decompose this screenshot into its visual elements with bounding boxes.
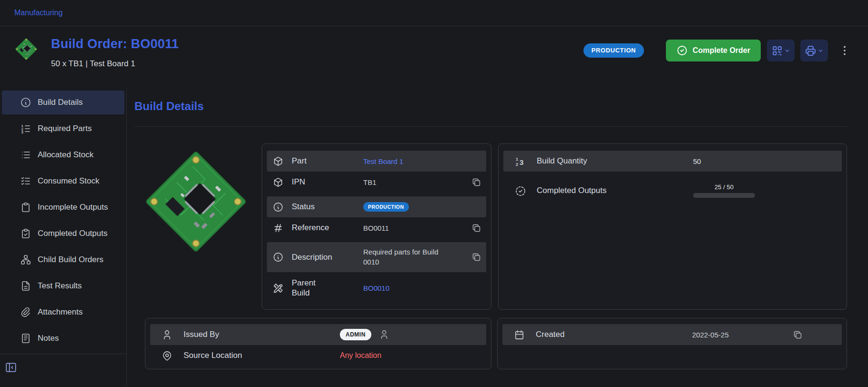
created-panel: Created 2022-05-25 [497,318,847,369]
svg-text:3: 3 [21,130,24,134]
sidebar-item-build-details[interactable]: Build Details [2,91,124,114]
dots-vertical-icon [838,44,851,57]
created-row: Created 2022-05-25 [502,324,842,345]
description-value: Required parts for Build 0010 [363,247,444,267]
breadcrumb-bar: Manufacturing [0,0,868,26]
main-content: Build Details Part Test Board 1 [127,88,868,387]
info-circle-icon [273,252,284,263]
source-location-label: Source Location [184,350,312,360]
sidebar-item-consumed-stock[interactable]: Consumed Stock [2,169,124,193]
pcb-thumbnail-image [14,37,39,61]
source-location-value: Any location [340,351,381,360]
detail-label-parent-build: Parent Build [292,278,336,298]
detail-label-reference: Reference [292,223,363,233]
copy-created-button[interactable] [791,328,804,341]
sidebar-item-notes[interactable]: Notes [2,326,124,350]
sidebar-item-test-results[interactable]: Test Results [2,274,124,298]
list-check-icon [20,175,31,187]
pcb-image [140,145,252,258]
barcode-actions-button[interactable] [767,40,795,61]
complete-order-label: Complete Order [693,46,750,55]
svg-text:3: 3 [520,158,523,166]
complete-order-button[interactable]: Complete Order [666,40,761,61]
paperclip-icon [20,306,31,318]
detail-row-ipn: IPN TB1 [267,172,486,193]
sidebar-item-allocated-stock[interactable]: Allocated Stock [2,143,124,167]
detail-row-part: Part Test Board 1 [267,151,486,172]
progress-track [693,193,755,198]
chevron-down-icon [784,48,790,54]
print-actions-button[interactable] [800,40,828,61]
section-heading: Build Details [134,100,847,113]
issue-panel: Issued By ADMIN Source Location Any loca… [145,318,491,369]
completed-outputs-row: Completed Outputs 25 / 50 [503,175,842,206]
info-circle-icon [20,97,31,108]
copy-icon [471,223,481,233]
box-icon [273,156,284,167]
detail-label-status: Status [292,202,363,212]
created-label: Created [536,329,664,339]
detail-row-reference: Reference BO0011 [267,217,486,238]
sidebar-item-attachments[interactable]: Attachments [2,300,124,324]
status-badge: PRODUCTION [583,43,644,58]
chevron-down-icon [817,48,824,54]
sidebar-item-required-parts[interactable]: 123 Required Parts [2,117,124,141]
detail-row-parent-build: Parent Build BO0010 [267,272,486,304]
build-quantity-panel: 123 Build Quantity 50 Completed Outputs … [498,143,847,310]
clipboard-icon [20,202,31,213]
progress-check-icon [515,185,526,196]
page-title: Build Order: BO0011 [51,37,179,51]
sidebar-label: Notes [38,334,59,343]
detail-label-description: Description [292,252,363,262]
copy-description-button[interactable] [470,251,482,264]
svg-text:1: 1 [516,157,518,162]
list-numbers-icon: 123 [20,123,31,134]
sidebar-label: Completed Outputs [38,229,107,238]
issued-by-row: Issued By ADMIN [150,324,486,345]
sidebar-label: Attachments [38,307,83,317]
sidebar-divider [0,354,126,354]
sidebar-item-incomplete-outputs[interactable]: Incomplete Outputs [2,195,124,219]
hash-icon [273,223,284,234]
reference-value: BO0011 [363,224,470,232]
build-quantity-value: 50 [693,157,701,165]
detail-label-ipn: IPN [292,177,363,187]
copy-reference-button[interactable] [470,222,482,234]
more-actions-button[interactable] [837,40,853,61]
circle-check-icon [676,45,688,56]
parent-build-link[interactable]: BO0010 [363,284,389,292]
sidebar-item-completed-outputs[interactable]: Completed Outputs [2,222,124,245]
part-image[interactable] [140,145,252,258]
build-quantity-label: Build Quantity [537,156,665,166]
completed-progress: 25 / 50 [693,183,755,198]
header-titles: Build Order: BO0011 50 x TB1 | Test Boar… [51,37,179,69]
ipn-value: TB1 [363,178,470,186]
copy-icon [471,252,481,262]
part-link[interactable]: Test Board 1 [363,157,403,165]
part-thumbnail[interactable] [14,37,39,61]
sidebar-label: Test Results [38,281,82,291]
report-file-icon [20,280,31,292]
collapse-sidebar-button[interactable] [5,358,26,377]
detail-label-part: Part [292,156,363,166]
source-location-row: Source Location Any location [150,345,486,366]
header-actions: PRODUCTION Complete Order [583,40,853,61]
notes-icon [20,333,31,344]
box-icon [273,177,284,188]
sidebar-collapse-icon [5,361,17,374]
copy-ipn-button[interactable] [470,176,482,188]
breadcrumb-manufacturing[interactable]: Manufacturing [14,9,62,17]
qrcode-icon [771,45,783,57]
clipboard-check-icon [20,228,31,239]
info-circle-icon [273,202,284,213]
detail-row-status: Status PRODUCTION [267,196,486,217]
sidebar-item-child-build-orders[interactable]: Child Build Orders [2,248,124,272]
copy-icon [471,177,481,187]
sidebar-label: Child Build Orders [38,255,103,265]
tools-icon [273,283,284,294]
detail-row-description: Description Required parts for Build 001… [267,242,486,272]
build-details-panel: Part Test Board 1 IPN TB1 [262,143,491,310]
user-icon [162,329,173,340]
copy-icon [793,330,803,340]
page-header: Build Order: BO0011 50 x TB1 | Test Boar… [0,26,868,88]
